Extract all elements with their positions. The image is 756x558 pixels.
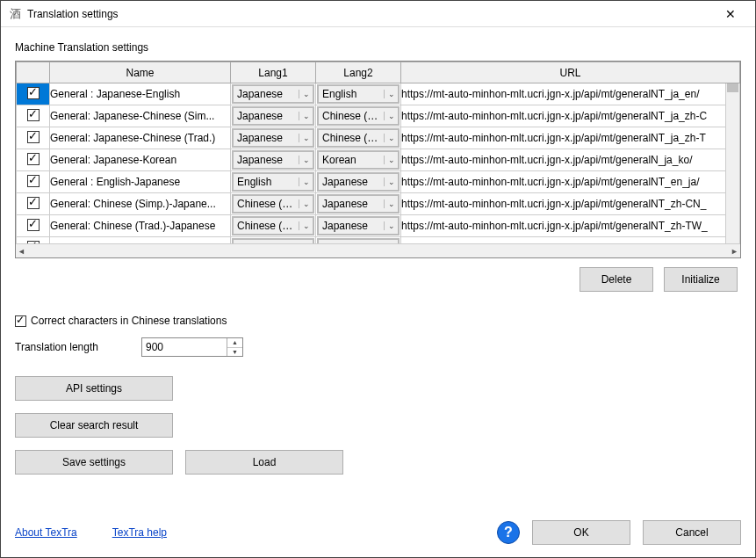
row-checkbox[interactable]	[27, 109, 40, 121]
help-icon[interactable]: ?	[497, 521, 520, 544]
chevron-down-icon[interactable]: ⌄	[384, 90, 398, 98]
row-lang2-dropdown[interactable]: English⌄	[316, 83, 401, 105]
row-checkbox[interactable]	[27, 153, 40, 165]
row-name[interactable]: General: Japanese-Korean	[50, 149, 231, 171]
chevron-down-icon[interactable]: ⌄	[384, 156, 398, 164]
row-checkbox[interactable]	[27, 131, 40, 143]
about-textra-link[interactable]: About TexTra	[15, 526, 77, 539]
table-row[interactable]: General : Japanese-EnglishJapanese⌄Engli…	[17, 83, 740, 105]
initialize-button[interactable]: Initialize	[664, 267, 738, 292]
row-checkbox[interactable]	[27, 175, 40, 187]
row-lang2-dropdown[interactable]: Japanese⌄	[316, 237, 401, 244]
chevron-down-icon[interactable]: ⌄	[299, 199, 313, 208]
row-checkbox-cell[interactable]	[17, 171, 50, 193]
table-row[interactable]: General: Chinese (Trad.)-JapaneseChinese…	[17, 215, 740, 237]
row-checkbox-cell[interactable]	[17, 83, 50, 105]
textra-help-link[interactable]: TexTra help	[112, 526, 167, 539]
row-lang1-value: Japanese	[234, 110, 299, 122]
table-row[interactable]: General: Korean-JapaneseKorean⌄Japanese⌄…	[17, 237, 740, 244]
chevron-down-icon[interactable]: ⌄	[299, 90, 313, 98]
row-checkbox[interactable]	[27, 241, 40, 244]
chevron-down-icon[interactable]: ⌄	[384, 178, 398, 186]
row-checkbox-cell[interactable]	[17, 237, 50, 244]
ok-button[interactable]: OK	[532, 520, 630, 545]
row-lang2-dropdown[interactable]: Japanese⌄	[316, 215, 401, 237]
grid-header-name[interactable]: Name	[50, 62, 231, 83]
chevron-down-icon[interactable]: ⌄	[384, 199, 398, 208]
row-lang1-value: Korean	[234, 242, 299, 243]
spinner-down-icon[interactable]: ▼	[227, 348, 242, 357]
table-row[interactable]: General : English-JapaneseEnglish⌄Japane…	[17, 171, 740, 193]
row-lang1-dropdown[interactable]: Chinese (Si...⌄	[231, 193, 316, 215]
chevron-down-icon[interactable]: ⌄	[299, 112, 313, 120]
grid-header-check[interactable]	[17, 62, 50, 83]
grid-header-url[interactable]: URL	[401, 62, 740, 83]
row-url[interactable]: https://mt-auto-minhon-mlt.ucri.jgn-x.jp…	[401, 105, 740, 127]
grid-header-lang1[interactable]: Lang1	[231, 62, 316, 83]
close-icon[interactable]: ✕	[713, 2, 748, 26]
row-url[interactable]: https://mt-auto-minhon-mlt.ucri.jgn-x.jp…	[401, 193, 740, 215]
row-lang2-dropdown[interactable]: Korean⌄	[316, 149, 401, 171]
row-lang1-dropdown[interactable]: Japanese⌄	[231, 149, 316, 171]
row-name[interactable]: General: Japanese-Chinese (Sim...	[50, 105, 231, 127]
row-lang2-dropdown[interactable]: Chinese (Si...⌄	[316, 105, 401, 127]
row-lang1-dropdown[interactable]: Korean⌄	[231, 237, 316, 244]
row-lang1-dropdown[interactable]: Chinese (Tr...⌄	[231, 215, 316, 237]
save-settings-button[interactable]: Save settings	[15, 450, 173, 475]
row-name[interactable]: General: Chinese (Trad.)-Japanese	[50, 215, 231, 237]
row-checkbox-cell[interactable]	[17, 127, 50, 149]
chevron-down-icon[interactable]: ⌄	[299, 134, 313, 142]
chevron-down-icon[interactable]: ⌄	[384, 221, 398, 230]
row-url[interactable]: https://mt-auto-minhon-mlt.ucri.jgn-x.jp…	[401, 127, 740, 149]
vertical-scrollbar[interactable]	[725, 83, 739, 243]
row-checkbox-cell[interactable]	[17, 193, 50, 215]
chevron-down-icon[interactable]: ⌄	[299, 178, 313, 186]
scroll-right-icon[interactable]: ►	[731, 247, 738, 256]
row-url[interactable]: https://mt-auto-minhon-mlt.ucri.jgn-x.jp…	[401, 149, 740, 171]
row-lang2-dropdown[interactable]: Japanese⌄	[316, 171, 401, 193]
correct-characters-checkbox[interactable]	[15, 315, 26, 327]
row-url[interactable]: https://mt-auto-minhon-mlt.ucri.jgn-x.jp…	[401, 237, 740, 244]
row-checkbox[interactable]	[27, 197, 40, 209]
api-settings-button[interactable]: API settings	[15, 376, 173, 401]
chevron-down-icon[interactable]: ⌄	[384, 112, 398, 120]
load-button[interactable]: Load	[185, 450, 343, 475]
row-lang1-dropdown[interactable]: Japanese⌄	[231, 105, 316, 127]
row-name[interactable]: General : English-Japanese	[50, 171, 231, 193]
row-lang2-dropdown[interactable]: Chinese (Tr...⌄	[316, 127, 401, 149]
grid-header-lang2[interactable]: Lang2	[316, 62, 401, 83]
cancel-button[interactable]: Cancel	[643, 520, 741, 545]
row-lang1-dropdown[interactable]: Japanese⌄	[231, 83, 316, 105]
row-checkbox[interactable]	[27, 219, 40, 231]
row-lang2-dropdown[interactable]: Japanese⌄	[316, 193, 401, 215]
row-url[interactable]: https://mt-auto-minhon-mlt.ucri.jgn-x.jp…	[401, 215, 740, 237]
chevron-down-icon[interactable]: ⌄	[384, 134, 398, 142]
row-checkbox-cell[interactable]	[17, 149, 50, 171]
spinner-up-icon[interactable]: ▲	[227, 338, 242, 348]
row-checkbox-cell[interactable]	[17, 105, 50, 127]
row-name[interactable]: General: Korean-Japanese	[50, 237, 231, 244]
delete-button[interactable]: Delete	[580, 267, 653, 292]
row-checkbox-cell[interactable]	[17, 215, 50, 237]
translation-length-input[interactable]	[142, 338, 227, 356]
row-checkbox[interactable]	[27, 87, 40, 99]
table-row[interactable]: General: Japanese-Chinese (Trad.)Japanes…	[17, 127, 740, 149]
horizontal-scrollbar[interactable]: ◄ ►	[16, 243, 740, 257]
row-name[interactable]: General : Japanese-English	[50, 83, 231, 105]
row-url[interactable]: https://mt-auto-minhon-mlt.ucri.jgn-x.jp…	[401, 83, 740, 105]
row-lang1-dropdown[interactable]: Japanese⌄	[231, 127, 316, 149]
row-name[interactable]: General: Japanese-Chinese (Trad.)	[50, 127, 231, 149]
table-row[interactable]: General: Japanese-Chinese (Sim...Japanes…	[17, 105, 740, 127]
table-row[interactable]: General: Chinese (Simp.)-Japane...Chines…	[17, 193, 740, 215]
scroll-left-icon[interactable]: ◄	[18, 247, 25, 256]
chevron-down-icon[interactable]: ⌄	[299, 156, 313, 164]
chevron-down-icon[interactable]: ⌄	[299, 221, 313, 230]
dialog-window: 酒 Translation settings ✕ Machine Transla…	[0, 0, 756, 558]
clear-search-result-button[interactable]: Clear search result	[15, 413, 173, 438]
row-lang2-value: Korean	[319, 154, 384, 166]
translation-length-spinner[interactable]: ▲ ▼	[141, 337, 243, 357]
row-lang1-dropdown[interactable]: English⌄	[231, 171, 316, 193]
table-row[interactable]: General: Japanese-KoreanJapanese⌄Korean⌄…	[17, 149, 740, 171]
row-name[interactable]: General: Chinese (Simp.)-Japane...	[50, 193, 231, 215]
row-url[interactable]: https://mt-auto-minhon-mlt.ucri.jgn-x.jp…	[401, 171, 740, 193]
